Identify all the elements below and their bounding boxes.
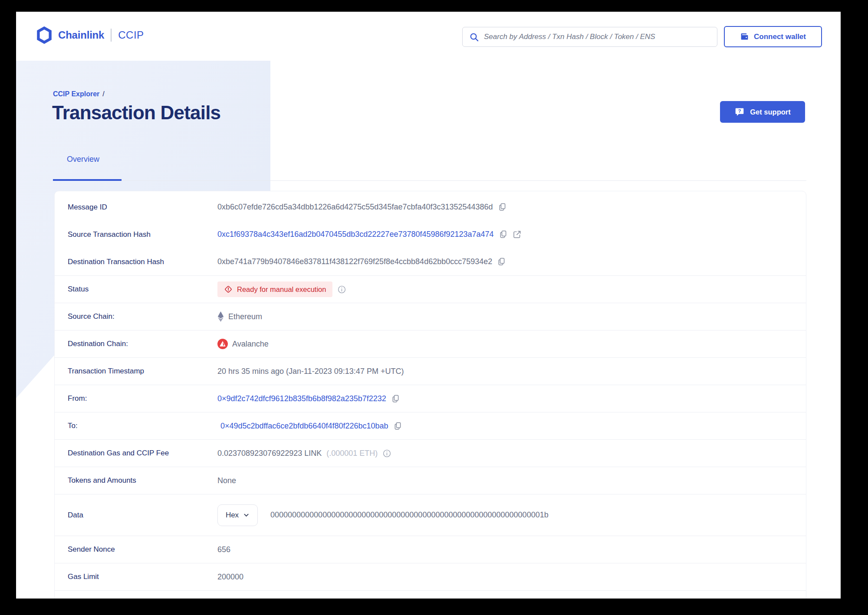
breadcrumb-separator: /	[102, 90, 104, 98]
fee-value: 0.023708923076922923 LINK	[217, 449, 322, 458]
row-source-chain: Source Chain: Ethereum	[55, 303, 806, 330]
row-gas-limit: Gas Limit 200000	[55, 563, 806, 590]
row-data: Data Hex 0000000000000000000000000000000…	[55, 494, 806, 536]
info-icon[interactable]	[382, 449, 391, 458]
svg-text:?: ?	[738, 108, 741, 114]
copy-icon[interactable]	[391, 394, 400, 403]
brand-divider	[111, 29, 112, 42]
detail-label: Data	[68, 511, 217, 520]
info-icon[interactable]	[337, 285, 346, 294]
detail-label: Tokens and Amounts	[68, 476, 217, 485]
detail-label: Destination Gas and CCIP Fee	[68, 449, 217, 458]
dest-tx-hash-value: 0xbe741a779b9407846e837811f438122f769f25…	[217, 257, 492, 266]
to-address-link[interactable]: 0×49d5c2bdffac6ce2bfdb6640f4f80f226bc10b…	[220, 422, 388, 431]
message-id-value: 0xb6c07efde726cd5a34dbb1226a6d4275c55d34…	[217, 203, 493, 212]
ethereum-icon	[217, 311, 224, 322]
search-input[interactable]	[484, 33, 710, 41]
search-box	[462, 27, 717, 47]
from-address-link[interactable]: 0×9df2c742dfcf9612b835fb6b8f982a235b7f22…	[217, 394, 386, 403]
breadcrumb-link-ccip-explorer[interactable]: CCIP Explorer	[53, 90, 99, 98]
wallet-icon	[740, 32, 749, 41]
copy-icon[interactable]	[499, 230, 508, 239]
connect-wallet-button[interactable]: Connect wallet	[724, 26, 822, 47]
detail-label: From:	[68, 394, 217, 403]
detail-label: Gas Limit	[68, 572, 217, 581]
data-hex-value: 0000000000000000000000000000000000000000…	[270, 510, 549, 520]
detail-label: Source Chain:	[68, 312, 217, 321]
row-to: To: 0×49d5c2bdffac6ce2bfdb6640f4f80f226b…	[55, 412, 806, 439]
page: Chainlink CCIP Connect wallet CCIP Explo…	[16, 12, 841, 599]
row-partial-bottom	[55, 590, 806, 599]
copy-icon[interactable]	[498, 203, 507, 212]
row-status: Status Ready for manual execution	[55, 275, 806, 303]
fee-alt-value: (.000001 ETH)	[326, 449, 378, 458]
chainlink-logo-icon	[37, 26, 52, 44]
timestamp-value: 20 hrs 35 mins ago (Jan-11-2023 09:13:47…	[217, 367, 404, 376]
detail-label: Destination Transaction Hash	[68, 258, 217, 266]
row-source-tx-hash: Source Transaction Hash 0xc1f69378a4c343…	[55, 221, 806, 248]
detail-label: Status	[68, 285, 217, 294]
detail-label: Message ID	[68, 203, 217, 212]
top-bar: Chainlink CCIP Connect wallet	[16, 12, 841, 61]
detail-label: Sender Nonce	[68, 545, 217, 554]
row-fee: Destination Gas and CCIP Fee 0.023708923…	[55, 439, 806, 467]
brand-product: CCIP	[118, 29, 144, 41]
row-sender-nonce: Sender Nonce 656	[55, 536, 806, 563]
brand-logo[interactable]: Chainlink CCIP	[37, 26, 144, 44]
search-icon	[469, 32, 479, 42]
row-message-id: Message ID 0xb6c07efde726cd5a34dbb1226a6…	[55, 193, 806, 221]
source-tx-hash-link[interactable]: 0xc1f69378a4c343ef16ad2b0470455db3cd2222…	[217, 230, 494, 239]
tab-overview-underline	[53, 179, 122, 181]
detail-label: Destination Chain:	[68, 340, 217, 348]
copy-icon[interactable]	[393, 422, 402, 431]
connect-wallet-label: Connect wallet	[754, 33, 806, 41]
dest-chain-name: Avalanche	[232, 340, 269, 349]
tab-overview[interactable]: Overview	[67, 155, 99, 164]
breadcrumb: CCIP Explorer/	[53, 90, 105, 98]
row-tokens: Tokens and Amounts None	[55, 467, 806, 494]
brand-name: Chainlink	[58, 29, 104, 41]
row-timestamp: Transaction Timestamp 20 hrs 35 mins ago…	[55, 357, 806, 385]
external-link-icon[interactable]	[513, 230, 522, 239]
get-support-label: Get support	[750, 108, 791, 116]
status-text: Ready for manual execution	[237, 285, 326, 294]
tokens-value: None	[217, 476, 236, 485]
tabs-rule	[53, 180, 806, 181]
status-badge: Ready for manual execution	[217, 281, 332, 297]
row-dest-tx-hash: Destination Transaction Hash 0xbe741a779…	[55, 248, 806, 275]
source-chain-name: Ethereum	[228, 312, 262, 321]
question-icon: ?	[734, 107, 745, 117]
detail-label: To:	[68, 422, 217, 430]
avalanche-icon	[217, 339, 228, 349]
alert-diamond-icon	[224, 285, 233, 294]
get-support-button[interactable]: ? Get support	[720, 101, 805, 123]
detail-label: Transaction Timestamp	[68, 367, 217, 376]
page-title: Transaction Details	[52, 102, 220, 124]
sender-nonce-value: 656	[217, 545, 230, 554]
data-format-value: Hex	[226, 511, 239, 520]
chevron-down-icon	[243, 512, 250, 518]
row-from: From: 0×9df2c742dfcf9612b835fb6b8f982a23…	[55, 385, 806, 412]
row-dest-chain: Destination Chain: Avalanche	[55, 330, 806, 357]
copy-icon[interactable]	[497, 257, 506, 266]
detail-label: Source Transaction Hash	[68, 230, 217, 239]
transaction-details-card: Message ID 0xb6c07efde726cd5a34dbb1226a6…	[54, 191, 806, 599]
gas-limit-value: 200000	[217, 572, 243, 582]
data-format-select[interactable]: Hex	[217, 504, 258, 526]
